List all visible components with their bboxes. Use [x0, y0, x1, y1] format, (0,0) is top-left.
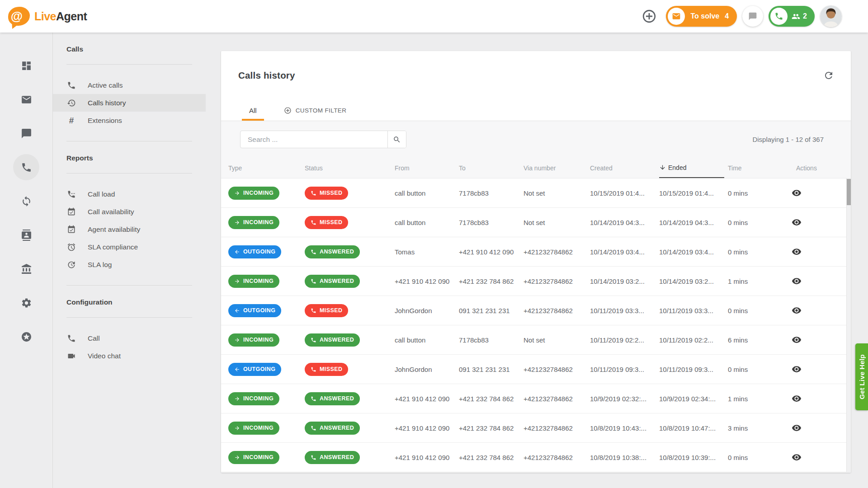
nav-item-agent-availability[interactable]: Agent availability — [53, 221, 206, 238]
nav-item-call-availability[interactable]: Call availability — [53, 203, 206, 221]
column-header-via-number[interactable]: Via number — [524, 158, 590, 178]
nav-item-label: Call availability — [88, 208, 134, 216]
view-call-button[interactable] — [791, 247, 802, 257]
search-icon — [393, 136, 401, 144]
rail-item-tickets[interactable] — [13, 86, 39, 113]
search-button[interactable] — [387, 131, 406, 148]
column-header-status[interactable]: Status — [305, 158, 395, 178]
tab-all[interactable]: All — [242, 100, 264, 121]
view-call-button[interactable] — [791, 394, 802, 404]
arrow-back-icon — [234, 308, 240, 314]
type-cell: INCOMING — [228, 187, 305, 200]
nav-item-call[interactable]: Call — [53, 329, 206, 347]
column-header-label: Actions — [796, 164, 817, 172]
column-header-from[interactable]: From — [395, 158, 459, 178]
table-row[interactable]: OUTGOINGMISSEDJohnGordon091 321 231 231+… — [221, 355, 851, 384]
table-row[interactable]: INCOMINGANSWERED+421 910 412 090+421 232… — [221, 267, 851, 296]
to-solve-button[interactable]: To solve 4 — [666, 6, 737, 27]
phone-icon — [311, 337, 316, 343]
table-row[interactable]: OUTGOINGANSWEREDTomas+421 910 412 090+42… — [221, 237, 851, 267]
actions-cell — [791, 305, 844, 315]
column-header-created[interactable]: Created — [590, 158, 659, 178]
status-badge-missed: MISSED — [305, 304, 348, 317]
user-avatar[interactable] — [820, 5, 842, 27]
main-content: Calls history AllCUSTOM FILTER Display — [206, 33, 868, 488]
rail-item-calls[interactable] — [13, 154, 39, 180]
type-cell: OUTGOING — [228, 245, 305, 258]
rail-item-sync[interactable] — [13, 188, 39, 214]
nav-item-video-chat[interactable]: Video chat — [53, 347, 206, 365]
type-badge-outgoing: OUTGOING — [228, 304, 281, 317]
rail-item-chats[interactable] — [13, 120, 39, 146]
phone-icon — [311, 455, 316, 460]
search-input[interactable] — [241, 131, 387, 148]
type-badge-outgoing: OUTGOING — [228, 245, 281, 258]
column-header-type[interactable]: Type — [228, 158, 305, 178]
view-call-button[interactable] — [791, 188, 802, 198]
table-scrollbar[interactable] — [846, 178, 851, 472]
refresh-button[interactable] — [823, 70, 834, 81]
status-cell: ANSWERED — [305, 275, 395, 288]
table-row[interactable]: INCOMINGANSWEREDcall button7178cb83Not s… — [221, 325, 851, 355]
type-badge-incoming: INCOMING — [228, 422, 279, 435]
tab-label: All — [249, 107, 257, 114]
actions-cell — [791, 335, 844, 345]
column-header-time[interactable]: Time — [728, 158, 791, 178]
from-cell: +421 910 412 090 — [395, 424, 459, 432]
time-cell: 1 mins — [728, 395, 791, 403]
scrollbar-thumb[interactable] — [847, 179, 851, 205]
view-call-button[interactable] — [791, 335, 802, 345]
column-header-actions[interactable]: Actions — [791, 158, 844, 178]
view-call-button[interactable] — [791, 364, 802, 374]
status-cell: MISSED — [305, 187, 395, 200]
ended-cell: 10/11/2019 09:3... — [659, 366, 728, 373]
phone-dots-icon — [66, 190, 76, 199]
ended-cell: 10/15/2019 01:4... — [659, 189, 728, 197]
via-number-cell: +421232784862 — [524, 395, 590, 403]
table-row[interactable]: OUTGOINGMISSEDJohnGordon091 321 231 231+… — [221, 296, 851, 325]
to-solve-count-badge: 4 — [725, 12, 729, 20]
via-number-cell: +421232784862 — [524, 366, 590, 373]
table-row[interactable]: INCOMINGANSWERED+421 910 412 090+421 232… — [221, 443, 851, 472]
status-cell: MISSED — [305, 216, 395, 229]
calls-status-button[interactable]: 2 — [769, 6, 815, 27]
column-header-ended[interactable]: Ended — [659, 158, 724, 178]
rail-item-contacts[interactable] — [13, 222, 39, 248]
table-row[interactable]: INCOMINGMISSEDcall button7178cb83Not set… — [221, 178, 851, 208]
rail-item-settings[interactable] — [13, 290, 39, 316]
type-badge-incoming: INCOMING — [228, 333, 279, 347]
nav-item-active-calls[interactable]: Active calls — [53, 76, 206, 94]
people-icon — [792, 12, 800, 21]
view-call-button[interactable] — [791, 217, 802, 227]
status-badge-answered: ANSWERED — [305, 422, 360, 435]
nav-item-sla-log[interactable]: SLA log — [53, 256, 206, 273]
get-live-help-tab[interactable]: Get Live Help — [855, 343, 868, 410]
actions-cell — [791, 188, 844, 198]
status-badge-answered: ANSWERED — [305, 333, 360, 347]
created-cell: 10/8/2019 10:43:... — [590, 424, 659, 432]
view-call-button[interactable] — [791, 305, 802, 315]
view-call-button[interactable] — [791, 276, 802, 286]
rail-item-departments[interactable] — [13, 256, 39, 282]
event-check-icon — [66, 207, 76, 216]
column-header-to[interactable]: To — [459, 158, 524, 178]
create-new-button[interactable] — [641, 8, 658, 25]
table-row[interactable]: INCOMINGMISSEDcall button7178cb83Not set… — [221, 208, 851, 237]
chat-status-button[interactable] — [742, 6, 763, 27]
nav-item-calls-history[interactable]: Calls history — [53, 94, 206, 112]
table-row[interactable]: INCOMINGANSWERED+421 910 412 090+421 232… — [221, 384, 851, 413]
tab-custom-filter[interactable]: CUSTOM FILTER — [277, 100, 354, 121]
view-call-button[interactable] — [791, 452, 802, 462]
bank-icon — [21, 263, 32, 275]
nav-item-extensions[interactable]: #Extensions — [53, 112, 206, 129]
nav-item-label: Active calls — [88, 81, 123, 89]
nav-item-label: Extensions — [88, 117, 122, 125]
rail-item-rewards[interactable] — [13, 324, 39, 350]
nav-item-sla-compliance[interactable]: SLA compliance — [53, 238, 206, 256]
search-box — [240, 131, 406, 148]
rail-item-dashboard[interactable] — [13, 52, 39, 79]
nav-item-call-load[interactable]: Call load — [53, 185, 206, 203]
time-cell: 0 mins — [728, 307, 791, 314]
table-row[interactable]: INCOMINGANSWERED+421 910 412 090+421 232… — [221, 413, 851, 443]
view-call-button[interactable] — [791, 423, 802, 433]
